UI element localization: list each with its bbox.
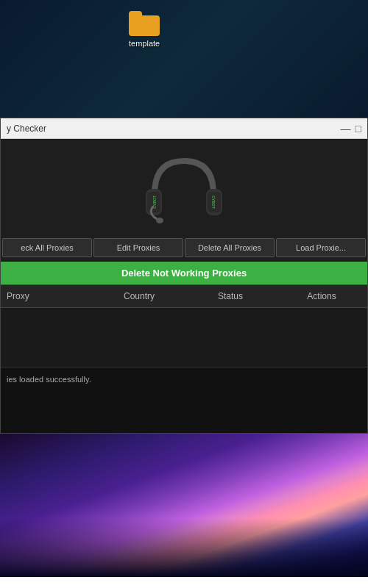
app-window: y Checker — □ CYBOT [0, 118, 368, 434]
delete-not-working-button[interactable]: Delete Not Working Proxies [1, 262, 367, 284]
folder-icon [129, 11, 160, 36]
log-message: ies loaded successfully. [7, 375, 91, 384]
desktop: template [0, 0, 368, 118]
svg-point-6 [156, 218, 163, 223]
window-controls: — □ [341, 123, 361, 134]
load-proxies-button[interactable]: Load Proxie... [276, 238, 366, 257]
edit-proxies-button[interactable]: Edit Proxies [93, 238, 183, 257]
log-area: ies loaded successfully. [1, 367, 367, 433]
minimize-button[interactable]: — [341, 123, 351, 134]
window-title: y Checker [7, 123, 46, 134]
template-folder[interactable]: template [129, 11, 160, 48]
title-bar: y Checker — □ [1, 118, 367, 139]
table-body [1, 308, 367, 367]
delete-all-button[interactable]: Delete All Proxies [185, 238, 275, 257]
svg-text:CYBOT: CYBOT [211, 196, 216, 209]
column-proxy: Proxy [1, 285, 93, 307]
app-content: CYBOT CYBOT eck All Proxies Edit Proxies… [1, 139, 367, 433]
check-all-button[interactable]: eck All Proxies [2, 238, 92, 257]
table-header: Proxy Country Status Actions [1, 284, 367, 308]
column-status: Status [185, 285, 276, 307]
logo-area: CYBOT CYBOT [1, 139, 367, 238]
column-actions: Actions [276, 285, 367, 307]
maximize-button[interactable]: □ [355, 123, 361, 134]
column-country: Country [93, 285, 185, 307]
headphone-logo: CYBOT CYBOT [140, 154, 228, 227]
wallpaper-bottom [0, 434, 368, 577]
toolbar: eck All Proxies Edit Proxies Delete All … [1, 238, 367, 262]
folder-label: template [129, 39, 160, 48]
